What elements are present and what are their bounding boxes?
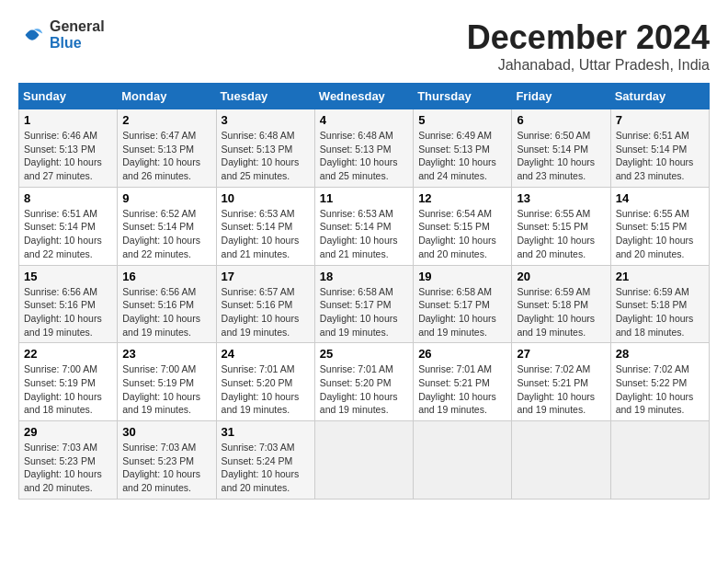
day-info: Sunrise: 6:55 AMSunset: 5:15 PMDaylight:… <box>517 208 595 259</box>
day-info: Sunrise: 6:48 AMSunset: 5:13 PMDaylight:… <box>320 130 398 181</box>
calendar-cell: 27 Sunrise: 7:02 AMSunset: 5:21 PMDaylig… <box>512 343 610 421</box>
day-info: Sunrise: 6:56 AMSunset: 5:16 PMDaylight:… <box>122 286 200 338</box>
calendar-week-row: 1 Sunrise: 6:46 AMSunset: 5:13 PMDayligh… <box>19 109 710 188</box>
calendar-header: Sunday Monday Tuesday Wednesday Thursday… <box>19 84 710 109</box>
calendar-cell: 28 Sunrise: 7:02 AMSunset: 5:22 PMDaylig… <box>610 343 709 421</box>
day-info: Sunrise: 7:02 AMSunset: 5:22 PMDaylight:… <box>616 363 694 415</box>
calendar-cell: 17 Sunrise: 6:57 AMSunset: 5:16 PMDaylig… <box>216 265 314 343</box>
calendar-subtitle: Jahanabad, Uttar Pradesh, India <box>467 57 710 74</box>
calendar-cell: 30 Sunrise: 7:03 AMSunset: 5:23 PMDaylig… <box>118 421 216 500</box>
header-friday: Friday <box>512 84 610 109</box>
logo-text: General Blue <box>50 18 105 52</box>
day-info: Sunrise: 7:03 AMSunset: 5:24 PMDaylight:… <box>222 442 300 493</box>
calendar-cell <box>610 421 709 500</box>
day-info: Sunrise: 6:55 AMSunset: 5:15 PMDaylight:… <box>616 208 694 259</box>
header-monday: Monday <box>118 84 216 109</box>
day-number: 6 <box>517 113 605 127</box>
calendar-cell: 21 Sunrise: 6:59 AMSunset: 5:18 PMDaylig… <box>610 265 709 343</box>
day-number: 13 <box>517 191 605 205</box>
header-sunday: Sunday <box>19 84 118 109</box>
calendar-week-row: 8 Sunrise: 6:51 AMSunset: 5:14 PMDayligh… <box>19 187 710 265</box>
calendar-cell <box>512 421 610 500</box>
calendar-cell: 5 Sunrise: 6:49 AMSunset: 5:13 PMDayligh… <box>414 109 512 188</box>
day-number: 5 <box>418 113 506 127</box>
day-info: Sunrise: 6:57 AMSunset: 5:16 PMDaylight:… <box>222 286 300 338</box>
day-info: Sunrise: 7:01 AMSunset: 5:20 PMDaylight:… <box>320 363 398 415</box>
header: General Blue December 2024 Jahanabad, Ut… <box>18 18 710 74</box>
calendar-cell: 22 Sunrise: 7:00 AMSunset: 5:19 PMDaylig… <box>19 343 118 421</box>
day-info: Sunrise: 6:59 AMSunset: 5:18 PMDaylight:… <box>616 286 694 338</box>
calendar-body: 1 Sunrise: 6:46 AMSunset: 5:13 PMDayligh… <box>19 109 710 500</box>
day-info: Sunrise: 7:03 AMSunset: 5:23 PMDaylight:… <box>122 442 200 493</box>
day-number: 23 <box>122 347 210 361</box>
calendar-cell: 12 Sunrise: 6:54 AMSunset: 5:15 PMDaylig… <box>414 187 512 265</box>
calendar-cell: 31 Sunrise: 7:03 AMSunset: 5:24 PMDaylig… <box>216 421 314 500</box>
day-number: 14 <box>616 191 704 205</box>
day-number: 9 <box>122 191 210 205</box>
day-info: Sunrise: 7:00 AMSunset: 5:19 PMDaylight:… <box>24 363 102 415</box>
calendar-cell <box>314 421 413 500</box>
calendar-cell: 18 Sunrise: 6:58 AMSunset: 5:17 PMDaylig… <box>314 265 413 343</box>
calendar-cell: 20 Sunrise: 6:59 AMSunset: 5:18 PMDaylig… <box>512 265 610 343</box>
calendar-cell: 13 Sunrise: 6:55 AMSunset: 5:15 PMDaylig… <box>512 187 610 265</box>
calendar-cell: 6 Sunrise: 6:50 AMSunset: 5:14 PMDayligh… <box>512 109 610 188</box>
day-number: 25 <box>320 347 408 361</box>
calendar-cell: 8 Sunrise: 6:51 AMSunset: 5:14 PMDayligh… <box>19 187 118 265</box>
calendar-cell: 19 Sunrise: 6:58 AMSunset: 5:17 PMDaylig… <box>414 265 512 343</box>
day-number: 24 <box>222 347 310 361</box>
calendar-cell: 4 Sunrise: 6:48 AMSunset: 5:13 PMDayligh… <box>314 109 413 188</box>
logo-icon <box>18 21 46 49</box>
day-number: 7 <box>616 113 704 127</box>
day-info: Sunrise: 6:52 AMSunset: 5:14 PMDaylight:… <box>122 208 200 259</box>
calendar-cell: 3 Sunrise: 6:48 AMSunset: 5:13 PMDayligh… <box>216 109 314 188</box>
day-info: Sunrise: 6:58 AMSunset: 5:17 PMDaylight:… <box>418 286 496 338</box>
day-info: Sunrise: 6:58 AMSunset: 5:17 PMDaylight:… <box>320 286 398 338</box>
day-info: Sunrise: 6:53 AMSunset: 5:14 PMDaylight:… <box>320 208 398 259</box>
calendar-cell: 24 Sunrise: 7:01 AMSunset: 5:20 PMDaylig… <box>216 343 314 421</box>
day-number: 3 <box>222 113 310 127</box>
calendar-week-row: 15 Sunrise: 6:56 AMSunset: 5:16 PMDaylig… <box>19 265 710 343</box>
calendar-cell: 14 Sunrise: 6:55 AMSunset: 5:15 PMDaylig… <box>610 187 709 265</box>
header-wednesday: Wednesday <box>314 84 413 109</box>
day-info: Sunrise: 7:02 AMSunset: 5:21 PMDaylight:… <box>517 363 595 415</box>
calendar-cell: 16 Sunrise: 6:56 AMSunset: 5:16 PMDaylig… <box>118 265 216 343</box>
day-number: 20 <box>517 270 605 283</box>
day-number: 15 <box>24 270 112 283</box>
calendar-title: December 2024 <box>467 18 710 57</box>
day-number: 17 <box>222 270 310 283</box>
day-info: Sunrise: 6:49 AMSunset: 5:13 PMDaylight:… <box>418 130 496 181</box>
day-number: 19 <box>418 270 506 283</box>
calendar-cell: 11 Sunrise: 6:53 AMSunset: 5:14 PMDaylig… <box>314 187 413 265</box>
calendar-cell: 29 Sunrise: 7:03 AMSunset: 5:23 PMDaylig… <box>19 421 118 500</box>
header-tuesday: Tuesday <box>216 84 314 109</box>
day-number: 11 <box>320 191 408 205</box>
day-number: 4 <box>320 113 408 127</box>
day-number: 21 <box>616 270 704 283</box>
day-info: Sunrise: 6:54 AMSunset: 5:15 PMDaylight:… <box>418 208 496 259</box>
calendar-cell: 9 Sunrise: 6:52 AMSunset: 5:14 PMDayligh… <box>118 187 216 265</box>
day-number: 10 <box>222 191 310 205</box>
day-info: Sunrise: 6:59 AMSunset: 5:18 PMDaylight:… <box>517 286 595 338</box>
day-number: 29 <box>24 425 112 439</box>
day-number: 18 <box>320 270 408 283</box>
header-thursday: Thursday <box>414 84 512 109</box>
calendar-cell: 25 Sunrise: 7:01 AMSunset: 5:20 PMDaylig… <box>314 343 413 421</box>
day-number: 1 <box>24 113 112 127</box>
day-info: Sunrise: 7:01 AMSunset: 5:21 PMDaylight:… <box>418 363 496 415</box>
day-info: Sunrise: 6:51 AMSunset: 5:14 PMDaylight:… <box>616 130 694 181</box>
day-info: Sunrise: 7:03 AMSunset: 5:23 PMDaylight:… <box>24 442 102 493</box>
calendar-cell: 15 Sunrise: 6:56 AMSunset: 5:16 PMDaylig… <box>19 265 118 343</box>
logo: General Blue <box>18 18 105 52</box>
calendar-cell: 1 Sunrise: 6:46 AMSunset: 5:13 PMDayligh… <box>19 109 118 188</box>
day-number: 27 <box>517 347 605 361</box>
calendar-cell: 23 Sunrise: 7:00 AMSunset: 5:19 PMDaylig… <box>118 343 216 421</box>
calendar-cell: 10 Sunrise: 6:53 AMSunset: 5:14 PMDaylig… <box>216 187 314 265</box>
calendar-week-row: 29 Sunrise: 7:03 AMSunset: 5:23 PMDaylig… <box>19 421 710 500</box>
calendar-cell: 2 Sunrise: 6:47 AMSunset: 5:13 PMDayligh… <box>118 109 216 188</box>
day-number: 31 <box>222 425 310 439</box>
day-info: Sunrise: 6:46 AMSunset: 5:13 PMDaylight:… <box>24 130 102 181</box>
calendar-cell: 7 Sunrise: 6:51 AMSunset: 5:14 PMDayligh… <box>610 109 709 188</box>
header-saturday: Saturday <box>610 84 709 109</box>
title-area: December 2024 Jahanabad, Uttar Pradesh, … <box>467 18 710 74</box>
day-info: Sunrise: 7:00 AMSunset: 5:19 PMDaylight:… <box>122 363 200 415</box>
